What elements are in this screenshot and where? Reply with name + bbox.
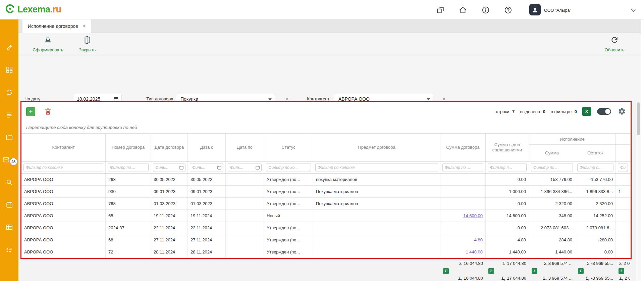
cell: 01.03.2023 <box>188 198 226 209</box>
sidebar-item-folder[interactable] <box>5 134 13 141</box>
table-row[interactable]: АВРОРА ООО 68 27.11.2024 27.11.2024 Утве… <box>21 234 631 246</box>
column-filter-input[interactable] <box>23 163 103 172</box>
col-header-contract-sum[interactable]: Сумма договора <box>440 134 486 161</box>
column-filter-input[interactable] <box>266 163 311 172</box>
column-filter-input[interactable] <box>190 163 223 172</box>
table-row[interactable]: АВРОРА ООО 930 09.01.2023 09.01.2023 Утв… <box>21 186 631 198</box>
total-partial: Σ2 090 <box>616 261 630 266</box>
cell: 19.11.2024 <box>151 210 188 222</box>
sidebar-item-sync[interactable] <box>5 89 13 96</box>
column-filter-input[interactable] <box>315 163 438 172</box>
sigma-badge[interactable]: Σ <box>619 268 624 274</box>
col-header-execution-rest[interactable]: Остаток <box>575 145 616 161</box>
top-header: Lexema.ru ООО "Альфа" <box>0 0 644 19</box>
close-button[interactable]: Закрыть <box>72 36 102 52</box>
sigma-badge[interactable]: Σ <box>488 268 494 274</box>
column-filter-input[interactable] <box>488 163 527 172</box>
cell <box>226 210 264 222</box>
column-filter-input[interactable] <box>228 163 262 172</box>
column-filter-input[interactable] <box>108 163 149 172</box>
delete-row-icon[interactable] <box>44 107 52 115</box>
column-filter-input[interactable] <box>531 163 573 172</box>
column-filter-input[interactable] <box>577 163 613 172</box>
data-grid: + строки: 7 выделено: 0 в фильтре: 0 X П… <box>20 101 632 259</box>
column-filter-input[interactable] <box>618 163 628 172</box>
table-row[interactable]: АВРОРА ООО 768 01.03.2023 01.03.2023 Утв… <box>21 198 631 210</box>
generate-button[interactable]: Сформировать <box>28 36 68 52</box>
table-row[interactable]: АВРОРА ООО 65 19.11.2024 19.11.2024 Новы… <box>21 210 631 222</box>
contract-sum-link[interactable]: 4.80 <box>440 234 486 246</box>
add-row-button[interactable]: + <box>26 107 35 116</box>
contract-sum-link[interactable]: 1 440.00 <box>440 246 486 258</box>
cell <box>440 198 486 209</box>
column-filter-input[interactable] <box>442 163 483 172</box>
refresh-button[interactable]: Обновить <box>598 36 631 52</box>
col-header-counterparty[interactable]: Контрагент <box>21 134 106 161</box>
col-header-date-from[interactable]: Дата с <box>188 134 226 161</box>
col-header-contract-date[interactable]: Дата договора <box>151 134 188 161</box>
help-icon[interactable] <box>504 6 513 14</box>
in-filter-count-label: в фильтре: <box>551 109 573 114</box>
cell <box>440 174 486 185</box>
group-by-hint[interactable]: Перетащите сюда колонку для группировки … <box>21 121 631 133</box>
home-icon[interactable] <box>459 6 467 14</box>
cell <box>226 246 264 258</box>
col-header-execution-sum[interactable]: Сумма <box>529 145 575 161</box>
table-row[interactable]: АВРОРА ООО 72 28.11.2024 28.11.2024 Утве… <box>21 246 631 258</box>
col-header-status[interactable]: Статус <box>264 134 313 161</box>
cell: 14 600.00 <box>486 210 529 222</box>
sidebar-item-mail[interactable]: 28 <box>5 156 13 163</box>
vertical-scrollbar[interactable] <box>636 101 641 281</box>
cell: Утвержден (по... <box>264 198 313 209</box>
totals-badge-row: Σ Σ Σ Σ Σ <box>21 268 631 274</box>
info-icon[interactable] <box>481 6 490 14</box>
cell <box>226 186 264 197</box>
sidebar-item-list[interactable] <box>5 111 13 119</box>
cell: 27.11.2024 <box>151 234 188 246</box>
sigma-badge[interactable]: Σ <box>578 268 584 274</box>
cell <box>616 246 630 258</box>
sidebar-item-search[interactable] <box>5 179 13 186</box>
gear-icon[interactable] <box>618 107 626 115</box>
sidebar-item-grid[interactable] <box>5 224 13 231</box>
contract-sum-link[interactable]: 14 600.00 <box>440 210 486 222</box>
excel-export-icon[interactable]: X <box>582 107 591 116</box>
user-avatar[interactable] <box>529 4 541 15</box>
cell: АВРОРА ООО <box>21 234 106 246</box>
new-window-icon[interactable] <box>436 6 445 14</box>
tab-close-icon[interactable]: × <box>83 24 86 29</box>
sidebar-item-calendar[interactable] <box>5 201 13 208</box>
grid-settings-toggle[interactable] <box>597 108 611 115</box>
group-total-execution-sum: Σг3 969 574 ... <box>529 276 575 281</box>
sync-icon <box>5 91 13 97</box>
col-header-subject[interactable]: Предмет договора <box>313 134 440 161</box>
tab-label: Исполнение договоров <box>28 24 78 29</box>
cell <box>313 246 440 258</box>
sigma-badge[interactable]: Σ <box>443 268 449 274</box>
table-row[interactable]: АВРОРА ООО 268 30.05.2022 30.05.2022 Утв… <box>21 174 631 186</box>
lexema-logo[interactable]: Lexema.ru <box>5 3 61 15</box>
sigma-badge[interactable]: Σ <box>532 268 537 274</box>
column-filter-input[interactable] <box>153 163 185 172</box>
chevron-down-icon[interactable] <box>630 7 637 14</box>
table-row[interactable]: АВРОРА ООО 2024-37 22.11.2024 22.11.2024… <box>21 222 631 234</box>
cell: 1 440.00 <box>486 246 529 258</box>
group-total-sum-with-agreements: Σг17 044.80 <box>486 276 529 281</box>
col-header-contract-number[interactable]: Номер договора <box>106 134 151 161</box>
sidebar-item-edit[interactable] <box>5 44 13 51</box>
calendar-icon <box>5 204 13 209</box>
selected-count-value: 0 <box>543 109 545 114</box>
sidebar-item-modules[interactable] <box>5 66 13 74</box>
col-header-date-to[interactable]: Дата по <box>226 134 264 161</box>
tab-contract-execution[interactable]: Исполнение договоров × <box>22 19 91 33</box>
cell <box>313 234 440 246</box>
scrollbar-thumb[interactable] <box>637 102 640 135</box>
total-contract-sum: Σ16 044.80 <box>440 261 486 266</box>
cell: 30.05.2022 <box>151 174 188 185</box>
cell: 09.01.2023 <box>151 186 188 197</box>
cell: Утвержден (по... <box>264 174 313 185</box>
cell <box>616 210 630 222</box>
col-header-sum-with-agreements[interactable]: Сумма с доп соглашениями <box>486 134 529 161</box>
cell: 284.80 <box>529 234 575 246</box>
sidebar-item-checklist[interactable] <box>5 246 13 253</box>
